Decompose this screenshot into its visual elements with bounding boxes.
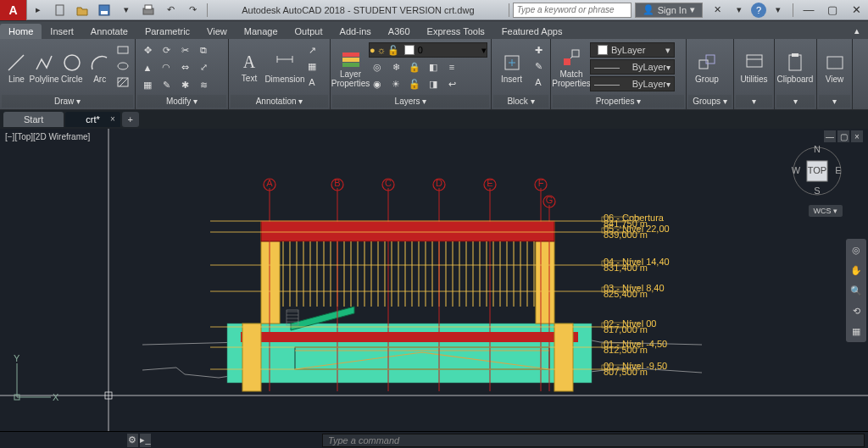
block-create-icon[interactable]: ✚ xyxy=(530,42,547,58)
clipboard-button[interactable]: Clipboard xyxy=(778,42,812,93)
hatch-icon[interactable] xyxy=(114,75,131,90)
tab-home[interactable]: Home xyxy=(0,24,42,39)
layer-thaw-icon[interactable]: ☀ xyxy=(387,76,404,91)
layer-selector[interactable]: ●☼🔓0▾ xyxy=(369,42,487,58)
ribbon-expand-icon[interactable]: ▴ xyxy=(846,23,868,39)
new-doc-tab-icon[interactable]: + xyxy=(122,112,139,127)
layer-unlock-icon[interactable]: 🔓 xyxy=(406,76,423,91)
copy-icon[interactable]: ⧉ xyxy=(195,42,212,58)
maximize-button[interactable]: ▢ xyxy=(821,2,844,19)
viewport-maximize-icon[interactable]: ▢ xyxy=(837,130,849,142)
groups-panel-label[interactable]: Groups ▾ xyxy=(688,95,732,108)
tab-parametric[interactable]: Parametric xyxy=(136,24,198,39)
pan-icon[interactable]: ✋ xyxy=(849,263,864,278)
wcs-button[interactable]: WCS ▾ xyxy=(809,205,843,217)
clipboard-panel-label[interactable]: ▾ xyxy=(776,95,815,108)
layer-prev-icon[interactable]: ↩ xyxy=(443,76,460,91)
save-icon[interactable] xyxy=(94,2,114,19)
explode-icon[interactable]: ✱ xyxy=(176,77,193,92)
undo-icon[interactable]: ↶ xyxy=(160,2,181,19)
tab-a360[interactable]: A360 xyxy=(380,24,419,39)
plot-icon[interactable] xyxy=(138,2,159,19)
layer-off-icon[interactable]: ◎ xyxy=(369,59,386,75)
close-tab-icon[interactable]: × xyxy=(110,114,115,124)
layer-lock-icon[interactable]: 🔒 xyxy=(406,59,423,75)
zoom-extents-icon[interactable]: 🔍 xyxy=(849,283,864,298)
leader-icon[interactable]: ↗ xyxy=(303,42,320,58)
signin-button[interactable]: 👤Sign In▾ xyxy=(635,3,703,18)
close-button[interactable]: ✕ xyxy=(844,2,868,19)
layer-uniso-icon[interactable]: ◨ xyxy=(425,76,442,91)
minimize-button[interactable]: — xyxy=(797,2,821,19)
command-prompt-icon[interactable]: ▸_ xyxy=(140,434,151,447)
draw-panel-label[interactable]: Draw ▾ xyxy=(2,95,133,108)
trim-icon[interactable]: ✂ xyxy=(176,42,193,58)
arc-button[interactable]: Arc xyxy=(86,42,113,93)
help-menu-icon[interactable]: ▾ xyxy=(768,2,788,19)
layers-panel-label[interactable]: Layers ▾ xyxy=(332,95,489,108)
drawing-viewport[interactable]: [−][Top][2D Wireframe] — ▢ × ABCDEFG xyxy=(0,129,868,431)
viewcube[interactable]: TOP N S E W xyxy=(792,146,843,196)
utilities-panel-label[interactable]: ▾ xyxy=(736,95,772,108)
lineweight-selector[interactable]: ———ByLayer ▾ xyxy=(590,59,675,75)
exchange-icon[interactable]: ✕ xyxy=(707,2,727,19)
match-properties-button[interactable]: Match Properties xyxy=(554,42,588,93)
dimension-button[interactable]: Dimension xyxy=(268,42,302,93)
steering-wheel-icon[interactable]: ◎ xyxy=(849,242,864,257)
annotation-panel-label[interactable]: Annotation ▾ xyxy=(231,95,328,108)
block-edit-icon[interactable]: ✎ xyxy=(530,58,547,74)
new-file-icon[interactable] xyxy=(50,2,70,19)
help-icon[interactable]: ? xyxy=(751,3,766,18)
save-as-icon[interactable]: ▾ xyxy=(116,2,136,19)
scale-icon[interactable]: ⤢ xyxy=(195,60,212,75)
erase-icon[interactable]: ✎ xyxy=(158,77,175,92)
open-file-icon[interactable] xyxy=(72,2,92,19)
block-attr-icon[interactable]: A xyxy=(530,75,547,90)
fillet-icon[interactable]: ◠ xyxy=(158,60,175,75)
tab-insert[interactable]: Insert xyxy=(42,24,82,39)
view-panel-label[interactable]: ▾ xyxy=(819,95,850,108)
offset-icon[interactable]: ≋ xyxy=(195,77,212,92)
search-input[interactable] xyxy=(513,3,632,18)
block-insert-button[interactable]: Insert xyxy=(495,42,528,93)
tab-express[interactable]: Express Tools xyxy=(419,24,493,39)
doc-tab-file[interactable]: crt*× xyxy=(65,112,120,127)
tab-featured[interactable]: Featured Apps xyxy=(493,24,571,39)
text-button[interactable]: AText xyxy=(232,42,266,93)
tab-addins[interactable]: Add-ins xyxy=(331,24,380,39)
rectangle-icon[interactable] xyxy=(114,42,131,58)
linetype-selector[interactable]: ———ByLayer ▾ xyxy=(590,76,675,91)
layer-iso-icon[interactable]: ◧ xyxy=(425,59,442,75)
app-logo[interactable]: A xyxy=(0,0,27,20)
ellipse-icon[interactable] xyxy=(114,58,131,74)
tab-manage[interactable]: Manage xyxy=(236,24,287,39)
orbit-icon[interactable]: ⟲ xyxy=(849,303,864,318)
group-button[interactable]: Group xyxy=(690,42,724,93)
table-icon[interactable]: ▦ xyxy=(303,58,320,74)
redo-icon[interactable]: ↷ xyxy=(182,2,203,19)
modify-panel-label[interactable]: Modify ▾ xyxy=(137,95,226,108)
layer-on-icon[interactable]: ◉ xyxy=(369,76,386,91)
tab-annotate[interactable]: Annotate xyxy=(82,24,136,39)
rotate-icon[interactable]: ⟳ xyxy=(158,42,175,58)
layer-freeze-icon[interactable]: ❄ xyxy=(387,59,404,75)
tab-view[interactable]: View xyxy=(198,24,236,39)
block-panel-label[interactable]: Block ▾ xyxy=(493,95,548,108)
circle-button[interactable]: Circle xyxy=(59,42,86,93)
viewport-label[interactable]: [−][Top][2D Wireframe] xyxy=(5,132,90,141)
command-customize-icon[interactable]: ⚙ xyxy=(127,434,138,447)
showmotion-icon[interactable]: ▦ xyxy=(849,324,864,339)
layer-match-icon[interactable]: ≡ xyxy=(443,59,460,75)
view-button[interactable]: View xyxy=(821,42,849,93)
tab-output[interactable]: Output xyxy=(287,24,331,39)
stretch-icon[interactable]: ⇔ xyxy=(176,60,193,75)
mirror-icon[interactable]: ▲ xyxy=(139,60,156,75)
utilities-button[interactable]: Utilities xyxy=(737,42,771,93)
move-icon[interactable]: ✥ xyxy=(139,42,156,58)
mtext-icon[interactable]: A xyxy=(303,75,320,90)
qat-new-icon[interactable]: ▸ xyxy=(28,2,48,19)
doc-tab-start[interactable]: Start xyxy=(3,112,64,127)
array-icon[interactable]: ▦ xyxy=(139,77,156,92)
layer-properties-button[interactable]: Layer Properties xyxy=(334,42,367,93)
command-input[interactable]: Type a command xyxy=(322,434,865,447)
